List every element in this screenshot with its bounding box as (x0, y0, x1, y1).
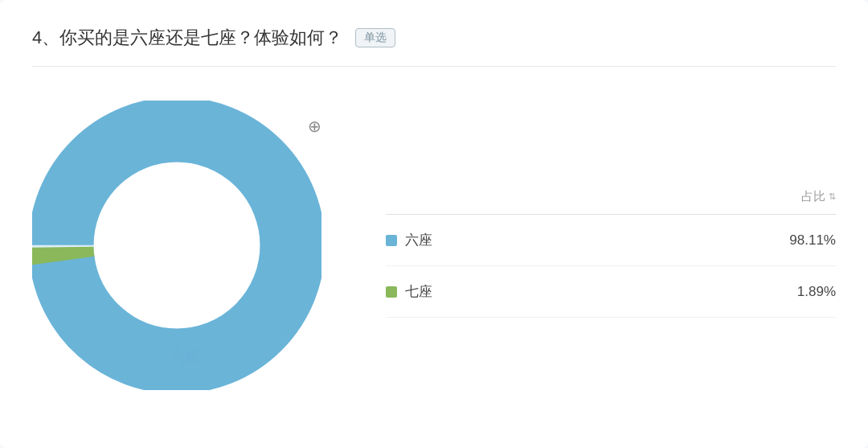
legend-table: 占比 ⇅ 六座 98.11% 七座 1.89% (386, 189, 836, 318)
legend-left-0: 六座 (386, 231, 432, 249)
legend-color-1 (386, 286, 397, 298)
legend-pct-1: 1.89% (797, 284, 836, 300)
legend-name-1: 七座 (405, 282, 432, 301)
question-header: 4、你买的是六座还是七座？体验如何？ 单选 (32, 26, 836, 67)
chart-center-label: 六座 (170, 347, 199, 366)
sort-icon[interactable]: ⇅ (829, 191, 836, 202)
legend-row-0: 六座 98.11% (386, 215, 836, 266)
survey-card: 4、你买的是六座还是七座？体验如何？ 单选 ⊕ 六座 (0, 0, 868, 448)
question-title: 4、你买的是六座还是七座？体验如何？ (32, 26, 342, 50)
question-type-badge: 单选 (355, 28, 395, 47)
legend-header: 占比 ⇅ (386, 189, 836, 215)
legend-header-label: 占比 ⇅ (801, 189, 836, 204)
legend-color-0 (386, 235, 397, 246)
legend-row-1: 七座 1.89% (386, 266, 836, 318)
legend-name-0: 六座 (405, 231, 432, 249)
legend-rows: 六座 98.11% 七座 1.89% (386, 215, 836, 318)
zoom-icon[interactable]: ⊕ (308, 117, 321, 136)
legend-left-1: 七座 (386, 282, 432, 301)
content-area: ⊕ 六座 占比 ⇅ (32, 92, 836, 406)
legend-pct-0: 98.11% (789, 232, 836, 249)
donut-chart-container: ⊕ 六座 (32, 101, 338, 406)
svg-point-3 (101, 170, 252, 320)
